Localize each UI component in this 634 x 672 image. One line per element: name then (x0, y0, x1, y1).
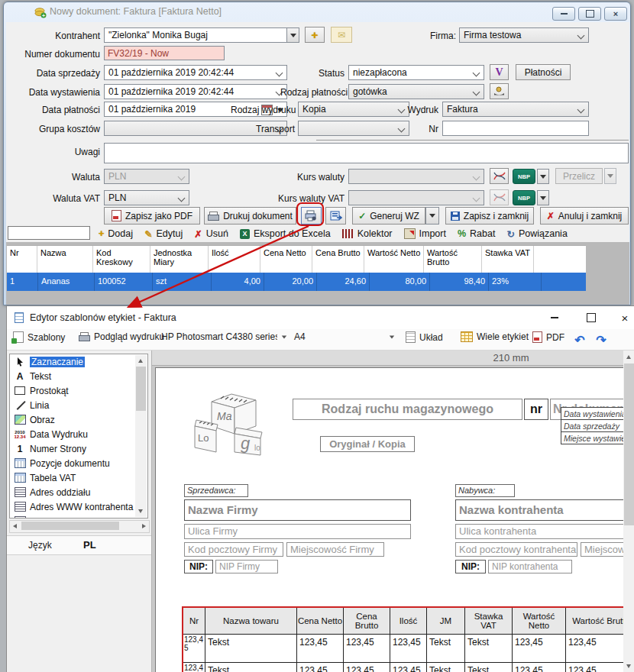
generate-wz-dropdown-button[interactable] (425, 207, 439, 225)
nbp-vat-rate-button[interactable]: NBP (513, 190, 535, 205)
buyer-nip-label-box[interactable]: NIP: (455, 560, 486, 573)
cancel-close-button[interactable]: ✗Anuluj i zamknij (540, 207, 629, 225)
data-sprzedazy-combobox[interactable]: 01 października 2019 20:42:44 (104, 65, 287, 80)
transport-combobox[interactable] (298, 121, 409, 136)
buyer-street-placeholder[interactable]: Ulica kontrahenta (455, 524, 634, 539)
send-to-editor-button[interactable] (325, 207, 346, 225)
original-copy-placeholder[interactable]: Oryginał / Kopia (320, 436, 415, 452)
waluta-vat-combobox[interactable]: PLN (104, 190, 189, 205)
scrollbar-thumb[interactable] (136, 367, 146, 411)
nr-literal-box[interactable]: nr (524, 399, 548, 420)
rodzaj-platnosci-combobox[interactable]: gotówka (348, 84, 484, 99)
editor-minimize-button[interactable] (542, 306, 568, 329)
tool-adres-www[interactable]: Adres WWW kontrahenta (10, 499, 147, 514)
kurs-waluty-combobox[interactable] (348, 169, 484, 184)
tool-partial[interactable] (10, 514, 147, 519)
scrollbar-thumb[interactable] (21, 522, 119, 530)
tool-zaznaczanie[interactable]: Zaznaczanie (10, 354, 147, 369)
buyer-nip-placeholder[interactable]: NIP kontrahenta (488, 560, 572, 573)
seller-zip-placeholder[interactable]: Kod pocztowy Firmy (184, 542, 283, 557)
buyer-zip-placeholder[interactable]: Kod pocztowy kontrahenta (455, 542, 577, 557)
tool-tekst[interactable]: ATekst (10, 369, 147, 383)
exchange-chart-button[interactable] (490, 168, 509, 184)
seller-name-placeholder[interactable]: Nazwa Firmy (184, 499, 411, 521)
buyer-name-placeholder[interactable]: Nazwa kontrahenta (455, 499, 634, 521)
column-header[interactable]: Kod Kreskowy (93, 246, 150, 273)
column-header[interactable]: Nr (7, 246, 37, 273)
edit-item-button[interactable]: ✎Edytuj (144, 228, 183, 240)
canvas-vertical-scrollbar[interactable] (623, 351, 634, 672)
tools-horizontal-scrollbar[interactable] (9, 520, 150, 533)
filter-input[interactable] (8, 226, 90, 240)
seller-label-box[interactable]: Sprzedawca: (184, 484, 248, 497)
cash-hand-button[interactable] (490, 83, 509, 99)
save-close-button[interactable]: Zapisz i zamknij (445, 207, 534, 225)
kontrahent-dropdown-button[interactable] (286, 27, 299, 43)
add-contractor-button[interactable]: + (305, 27, 325, 43)
printer-select[interactable]: HP Photosmart C4380 series (161, 331, 290, 342)
tool-linia[interactable]: Linia (10, 398, 147, 412)
tools-vertical-scrollbar[interactable] (135, 355, 147, 517)
collector-button[interactable]: Kolektor (342, 228, 393, 239)
payment-provider-button[interactable]: V (490, 64, 509, 80)
lomag-logo[interactable]: Ma Lo g lo (192, 386, 271, 459)
language-value[interactable]: PL (83, 539, 96, 551)
paper-size-select[interactable]: A4 (294, 331, 395, 342)
print-document-button[interactable]: Drukuj dokument (204, 207, 296, 225)
numer-dokumentu-input[interactable]: FV32/19 - Now (104, 46, 225, 60)
waluta-combobox[interactable]: PLN (104, 169, 189, 184)
wydruk-combobox[interactable]: Faktura (442, 102, 589, 117)
nr-input[interactable] (442, 121, 589, 136)
minimize-button[interactable] (552, 7, 575, 21)
document-items-table[interactable]: Nr Nazwa towaru Cena Netto Cena Brutto I… (182, 606, 634, 672)
column-header[interactable]: Wartość Netto (364, 246, 424, 273)
add-item-button[interactable]: +Dodaj (99, 228, 133, 239)
tool-prostokat[interactable]: Prostokąt (10, 383, 147, 398)
pdf-button[interactable]: PDF (532, 331, 564, 343)
column-header[interactable]: Nazwa (37, 246, 93, 273)
przelicz-dropdown-button[interactable] (604, 168, 616, 184)
layout-button[interactable]: Układ (406, 331, 443, 343)
print-label-button[interactable] (301, 207, 322, 225)
seller-nip-label-box[interactable]: NIP: (184, 560, 213, 573)
delete-item-button[interactable]: ✗Usuń (194, 228, 228, 240)
undo-button[interactable]: ↶ (571, 329, 589, 351)
editor-close-button[interactable]: × (612, 306, 634, 329)
templates-button[interactable]: Szablony (13, 331, 65, 343)
import-button[interactable]: Import (404, 228, 446, 239)
tool-tabela-vat[interactable]: Tabela VAT (10, 470, 147, 485)
data-wystawienia-combobox[interactable]: 01 października 2019 20:42:44 (104, 84, 287, 99)
tool-numer-strony[interactable]: 1Numer Strony (10, 441, 147, 456)
seller-street-placeholder[interactable]: Ulica Firmy (184, 524, 411, 539)
movement-type-placeholder[interactable]: Rodzaj ruchu magazynowego (293, 399, 522, 420)
editor-maximize-button[interactable] (578, 306, 604, 329)
platnosci-button[interactable]: Płatności (516, 64, 571, 80)
discount-button[interactable]: %Rabat (458, 228, 495, 239)
print-preview-button[interactable]: Podgląd wydruku (79, 331, 164, 342)
column-header[interactable]: Ilość (209, 246, 260, 273)
export-excel-button[interactable]: XEksport do Excela (240, 228, 331, 239)
rodzaj-wydruku-combobox[interactable]: Kopia (298, 102, 409, 117)
seller-nip-placeholder[interactable]: NIP Firmy (215, 560, 278, 573)
save-pdf-button[interactable]: Zapisz jako PDF (104, 207, 200, 225)
column-header[interactable]: Cena Netto (260, 246, 312, 273)
kurs-waluty-vat-combobox[interactable] (348, 190, 484, 205)
exchange-chart-vat-button[interactable] (490, 189, 509, 205)
nbp-dropdown-button[interactable] (537, 169, 549, 184)
relations-button[interactable]: ↻Powiązania (506, 228, 567, 240)
generate-wz-button[interactable]: ✓Generuj WZ (352, 207, 425, 225)
status-combobox[interactable]: niezapłacona (348, 65, 484, 80)
column-header[interactable]: Jednostka Miary (150, 246, 209, 273)
nbp-rate-button[interactable]: NBP (513, 169, 535, 184)
tool-obraz[interactable]: Obraz (10, 412, 147, 427)
firma-combobox[interactable]: Firma testowa (459, 27, 589, 43)
tool-adres-oddzialu[interactable]: Adres oddziału (10, 485, 147, 499)
editor-canvas[interactable]: 210 mm (152, 351, 634, 672)
table-row-selected[interactable]: 1 Ananas 100052 szt 4,00 20,00 24,60 80,… (7, 273, 586, 291)
maximize-button[interactable] (578, 7, 601, 21)
przelicz-button[interactable]: Przelicz (555, 168, 603, 184)
tool-pozycje-dokumentu[interactable]: Pozycje dokumentu (10, 456, 147, 470)
column-header[interactable]: Stawka VAT (482, 246, 534, 273)
kontrahent-combobox[interactable]: "Zielonka" Monika Bugaj (104, 27, 287, 43)
seller-city-placeholder[interactable]: Miejscowość Firmy (286, 542, 384, 557)
